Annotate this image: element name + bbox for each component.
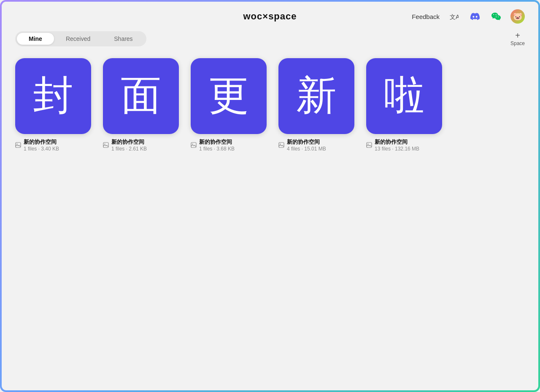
translate-button[interactable]: 文A [447,10,461,23]
card-size-1: 1 files · 3.40 KB [24,146,59,152]
card-name-5: 新的协作空间 [375,138,419,146]
card-item-5[interactable]: 啦 新的协作空间13 files · 132.16 MB [366,58,442,152]
card-meta-5: 新的协作空间13 files · 132.16 MB [366,138,442,152]
image-icon-2 [103,142,109,148]
card-meta-4: 新的协作空间4 files · 15.01 MB [278,138,354,152]
space-label: Space [510,40,525,46]
tab-mine[interactable]: Mine [17,33,54,45]
card-name-2: 新的协作空间 [111,138,147,146]
image-icon-4 [278,142,284,148]
svg-rect-3 [103,142,108,148]
card-name-4: 新的协作空间 [287,138,326,146]
card-thumbnail-4: 新 [278,58,354,134]
discord-button[interactable] [468,10,482,23]
svg-point-6 [192,144,193,145]
main-content: 封 新的协作空间1 files · 3.40 KB面 新的协作空间1 files… [2,51,538,390]
card-meta-3: 新的协作空间1 files · 3.68 KB [191,138,267,152]
header: woc×space Feedback 文A [2,2,538,31]
svg-rect-7 [279,142,284,148]
tabs-container: Mine Received Shares [15,31,146,46]
card-info-1: 新的协作空间1 files · 3.40 KB [24,138,59,152]
app-logo: woc×space [243,11,297,22]
app-inner: woc×space Feedback 文A [2,2,538,390]
card-item-1[interactable]: 封 新的协作空间1 files · 3.40 KB [15,58,91,152]
image-icon-1 [15,142,21,148]
discord-icon [470,12,480,21]
translate-icon: 文A [449,12,459,21]
svg-rect-5 [191,142,196,148]
card-meta-1: 新的协作空间1 files · 3.40 KB [15,138,91,152]
app-frame: woc×space Feedback 文A [0,0,540,392]
card-info-4: 新的协作空间4 files · 15.01 MB [287,138,326,152]
card-size-2: 1 files · 2.61 KB [111,146,147,152]
plus-icon: + [515,31,520,40]
card-meta-2: 新的协作空间1 files · 2.61 KB [103,138,179,152]
card-thumbnail-5: 啦 [366,58,442,134]
card-name-3: 新的协作空间 [199,138,235,146]
image-icon-5 [366,142,372,148]
svg-point-10 [368,144,369,145]
card-thumbnail-2: 面 [103,58,179,134]
tab-received[interactable]: Received [54,33,102,45]
card-info-3: 新的协作空间1 files · 3.68 KB [199,138,235,152]
card-thumbnail-1: 封 [15,58,91,134]
add-space-button[interactable]: + Space [510,31,525,46]
svg-text:文A: 文A [450,13,459,20]
wechat-icon [491,12,501,21]
card-item-3[interactable]: 更 新的协作空间1 files · 3.68 KB [191,58,267,152]
feedback-button[interactable]: Feedback [412,13,440,20]
image-icon-3 [191,142,197,148]
tabs-bar: Mine Received Shares + Space [2,31,538,51]
wechat-button[interactable] [489,10,503,23]
svg-rect-9 [367,142,372,148]
card-item-2[interactable]: 面 新的协作空间1 files · 2.61 KB [103,58,179,152]
card-name-1: 新的协作空间 [24,138,59,146]
card-size-5: 13 files · 132.16 MB [375,146,419,152]
cards-grid: 封 新的协作空间1 files · 3.40 KB面 新的协作空间1 files… [15,58,525,152]
card-size-4: 4 files · 15.01 MB [287,146,326,152]
svg-point-4 [105,144,105,145]
card-info-5: 新的协作空间13 files · 132.16 MB [375,138,419,152]
card-size-3: 1 files · 3.68 KB [199,146,235,152]
svg-point-2 [17,144,18,145]
card-item-4[interactable]: 新 新的协作空间4 files · 15.01 MB [278,58,354,152]
tab-shares[interactable]: Shares [102,33,144,45]
header-right: Feedback 文A [412,9,525,24]
user-avatar[interactable]: 🐷 [510,9,525,24]
svg-point-8 [280,144,281,145]
svg-rect-1 [16,142,21,148]
card-info-2: 新的协作空间1 files · 2.61 KB [111,138,147,152]
card-thumbnail-3: 更 [191,58,267,134]
